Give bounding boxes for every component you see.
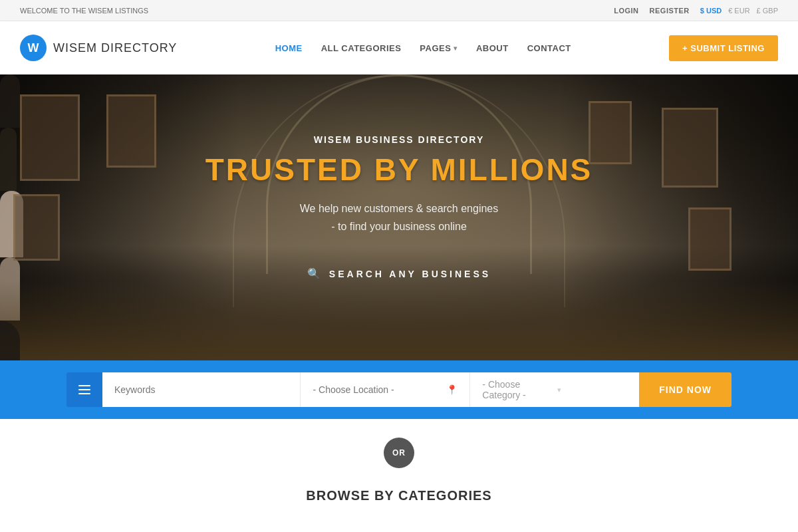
hero-desc-line2: - to find your business online	[331, 221, 467, 232]
hero-content: WISEM BUSINESS DIRECTORY TRUSTED BY MILL…	[0, 74, 798, 235]
hero-title: TRUSTED BY MILLIONS	[0, 152, 798, 188]
nav-about[interactable]: ABOUT	[476, 43, 509, 53]
top-bar: WELCOME TO THE WISEM LISTINGS LOGIN REGI…	[0, 0, 798, 21]
search-menu-button[interactable]	[66, 372, 102, 407]
location-icon: 📍	[446, 384, 458, 395]
hamburger-icon	[78, 385, 90, 394]
find-now-button[interactable]: FIND NOW	[639, 372, 732, 407]
main-nav: HOME ALL CATEGORIES PAGES ▾ ABOUT CONTAC…	[275, 43, 571, 53]
search-bar: 📍 - Choose Category - ▾ FIND NOW	[66, 372, 732, 407]
register-link[interactable]: REGISTER	[650, 7, 690, 15]
nav-pages[interactable]: PAGES ▾	[420, 43, 458, 53]
currency-eur[interactable]: € EUR	[728, 7, 749, 15]
category-placeholder: - Choose Category -	[482, 379, 552, 400]
or-section: OR	[0, 419, 798, 481]
logo-text: WISEM DIRECTORY	[53, 41, 177, 55]
nav-home[interactable]: HOME	[275, 43, 303, 53]
nav-all-categories[interactable]: ALL CATEGORIES	[321, 43, 402, 53]
header: W WISEM DIRECTORY HOME ALL CATEGORIES PA…	[0, 21, 798, 74]
category-dropdown[interactable]: - Choose Category - ▾	[469, 372, 639, 407]
currency-gbp[interactable]: £ GBP	[757, 7, 778, 15]
hero-description: We help new customers & search engines -…	[0, 200, 798, 235]
currency-usd[interactable]: $ USD	[700, 7, 722, 15]
hero-search-label: 🔍 SEARCH ANY BUSINESS	[0, 267, 798, 280]
hero-desc-line1: We help new customers & search engines	[300, 203, 499, 214]
keywords-input[interactable]	[102, 372, 300, 407]
logo-type: DIRECTORY	[97, 41, 177, 55]
location-field[interactable]: 📍	[300, 372, 469, 407]
submit-listing-button[interactable]: + SUBMIT LISTING	[669, 35, 778, 61]
floor-overlay	[0, 281, 798, 360]
login-link[interactable]: LOGIN	[614, 7, 638, 15]
nav-contact[interactable]: CONTACT	[527, 43, 571, 53]
search-any-business-text: SEARCH ANY BUSINESS	[329, 269, 491, 279]
welcome-text: WELCOME TO THE WISEM LISTINGS	[20, 7, 148, 15]
browse-title: BROWSE BY CATEGORIES	[0, 488, 798, 503]
top-bar-right: LOGIN REGISTER $ USD € EUR £ GBP	[614, 7, 778, 15]
hero-section: WISEM BUSINESS DIRECTORY TRUSTED BY MILL…	[0, 74, 798, 360]
browse-section: BROWSE BY CATEGORIES	[0, 481, 798, 517]
search-icon: 🔍	[307, 267, 323, 280]
logo-icon: W	[20, 35, 47, 61]
search-section: 📍 - Choose Category - ▾ FIND NOW	[0, 360, 798, 419]
or-badge: OR	[384, 438, 414, 468]
logo-name: WISEM	[53, 41, 97, 55]
location-input[interactable]	[313, 384, 441, 395]
hero-subtitle: WISEM BUSINESS DIRECTORY	[0, 134, 798, 145]
currency-group: $ USD € EUR £ GBP	[700, 7, 778, 15]
logo[interactable]: W WISEM DIRECTORY	[20, 35, 177, 61]
category-chevron-icon: ▾	[557, 386, 627, 394]
pages-chevron-icon: ▾	[454, 45, 458, 52]
